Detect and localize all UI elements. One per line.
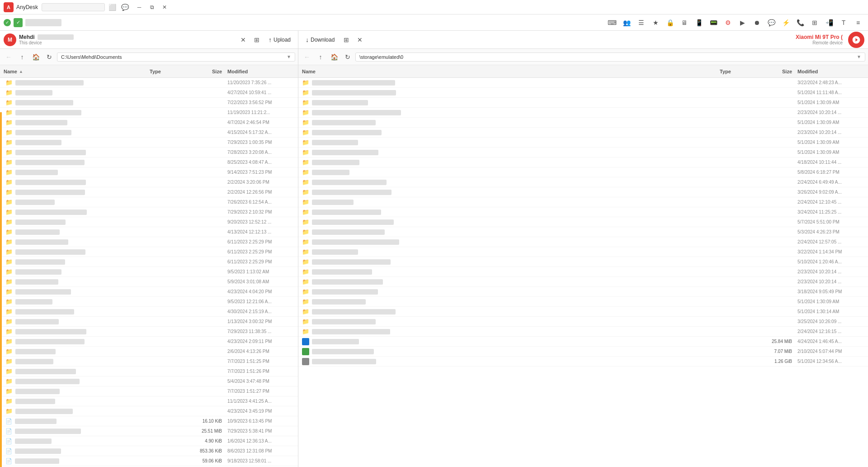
table-row[interactable]: 📁 7/26/2023 6:12:54 A... bbox=[0, 197, 298, 207]
grid-icon[interactable]: ⊞ bbox=[808, 16, 821, 29]
table-row[interactable]: 📁 4/27/2024 10:59:41 ... bbox=[0, 88, 298, 98]
table-row[interactable]: 📁 8/25/2023 4:08:47 A... bbox=[0, 157, 298, 167]
table-row[interactable]: 📁 5/3/2024 4:26:23 PM bbox=[298, 227, 868, 237]
lock-icon[interactable]: 🔒 bbox=[664, 16, 676, 29]
record-icon[interactable]: ⏺ bbox=[750, 16, 763, 29]
table-row[interactable]: 📁 5/1/2024 1:30:14 AM bbox=[298, 307, 868, 317]
download-button[interactable]: ↓ Download bbox=[302, 34, 338, 45]
table-row[interactable]: 📁 5/1/2024 1:30:09 AM bbox=[298, 148, 868, 157]
table-row[interactable]: 1.26 GiB 5/1/2024 12:34:56 A... bbox=[298, 357, 868, 367]
table-row[interactable]: 📁 4/23/2024 3:45:19 PM bbox=[0, 406, 298, 416]
table-row[interactable]: 📁 5/4/2024 3:47:48 PM bbox=[0, 376, 298, 386]
table-row[interactable]: 📁 2/24/2024 12:16:15 ... bbox=[298, 327, 868, 337]
mobile-icon[interactable]: 📲 bbox=[823, 16, 835, 29]
table-row[interactable]: 📁 5/10/2024 1:20:46 A... bbox=[298, 257, 868, 267]
table-row[interactable]: 📁 4/13/2024 12:12:13 ... bbox=[0, 227, 298, 237]
table-row[interactable]: 📁 7/28/2023 3:20:08 A... bbox=[0, 148, 298, 157]
table-row[interactable]: 📁 5/7/2024 5:51:00 PM bbox=[298, 217, 868, 227]
left-pane-close-btn[interactable]: ✕ bbox=[238, 34, 249, 45]
table-row[interactable]: 25.84 MiB 4/24/2024 1:46:45 A... bbox=[298, 337, 868, 347]
table-row[interactable]: 📁 3/18/2024 9:05:49 PM bbox=[298, 287, 868, 297]
table-row[interactable]: 📁 9/5/2023 1:13:02 AM bbox=[0, 267, 298, 277]
left-refresh-btn[interactable]: ↻ bbox=[43, 51, 55, 63]
table-row[interactable]: 📁 5/1/2024 1:30:09 AM bbox=[298, 297, 868, 307]
star-icon[interactable]: ★ bbox=[649, 16, 662, 29]
table-row[interactable]: 📁 3/22/2024 1:14:34 PM bbox=[298, 247, 868, 257]
table-row[interactable]: 📁 4/30/2024 2:15:19 A... bbox=[0, 307, 298, 317]
table-row[interactable]: 📁 7/29/2023 2:10:32 PM bbox=[0, 207, 298, 217]
left-home-btn[interactable]: 🏠 bbox=[30, 51, 42, 63]
table-row[interactable]: 📁 1/13/2024 3:00:32 PM bbox=[0, 317, 298, 327]
keyboard-icon[interactable]: ⌨ bbox=[606, 16, 618, 29]
right-pane-new-tab-btn[interactable]: ⊞ bbox=[341, 34, 352, 45]
table-row[interactable]: 📄 853.36 KiB 8/6/2023 12:31:08 PM bbox=[0, 446, 298, 456]
table-row[interactable]: 📁 5/1/2024 1:30:09 AM bbox=[298, 98, 868, 108]
right-back-btn[interactable]: ← bbox=[301, 51, 313, 63]
table-row[interactable]: 📁 6/11/2023 2:25:29 PM bbox=[0, 247, 298, 257]
left-back-btn[interactable]: ← bbox=[3, 51, 14, 63]
table-row[interactable]: 📁 3/25/2024 10:26:09 ... bbox=[298, 317, 868, 327]
people-icon[interactable]: 👥 bbox=[620, 16, 633, 29]
table-row[interactable]: 📄 4.90 KiB 1/6/2024 12:36:13 A... bbox=[0, 436, 298, 446]
table-row[interactable]: 📁 3/26/2024 9:02:09 A... bbox=[298, 187, 868, 197]
table-row[interactable]: 📁 2/2/2024 3:20:06 PM bbox=[0, 177, 298, 187]
table-row[interactable]: 📄 59.06 KiB 9/18/2023 12:58:01 ... bbox=[0, 456, 298, 466]
list-icon[interactable]: ☰ bbox=[635, 16, 647, 29]
table-row[interactable]: 📁 5/1/2024 11:11:48 A... bbox=[298, 88, 868, 98]
table-row[interactable]: 📁 4/23/2024 4:04:20 PM bbox=[0, 287, 298, 297]
table-row[interactable]: 📁 2/24/2024 6:49:49 A... bbox=[298, 177, 868, 187]
table-row[interactable]: 📁 2/24/2024 12:57:05 ... bbox=[298, 237, 868, 247]
table-row[interactable]: 📁 5/1/2024 1:30:09 AM bbox=[298, 138, 868, 148]
upload-button[interactable]: ↑ Upload bbox=[265, 34, 294, 45]
right-refresh-btn[interactable]: ↻ bbox=[342, 51, 354, 63]
table-row[interactable]: 📁 4/15/2024 5:17:32 A... bbox=[0, 128, 298, 138]
left-path-bar[interactable]: C:\Users\Mehdi\Documents ▼ bbox=[57, 52, 295, 62]
table-row[interactable]: 📁 11/19/2023 11:21:2... bbox=[0, 108, 298, 118]
table-row[interactable]: 📄 25.51 MiB 7/29/2023 5:38:41 PM bbox=[0, 426, 298, 436]
menu-icon[interactable]: ≡ bbox=[852, 16, 864, 29]
table-row[interactable]: 📁 2/6/2024 4:13:26 PM bbox=[0, 347, 298, 357]
right-home-btn[interactable]: 🏠 bbox=[328, 51, 340, 63]
settings-icon[interactable]: ⚙ bbox=[722, 16, 734, 29]
table-row[interactable]: 📁 7/29/2023 11:38:35 ... bbox=[0, 327, 298, 337]
right-path-bar[interactable]: \storage\emulated\0 ▼ bbox=[355, 52, 865, 62]
table-row[interactable]: 📁 6/11/2023 2:25:29 PM bbox=[0, 257, 298, 267]
table-row[interactable]: 📄 16.10 KiB 10/9/2023 6:13:45 PM bbox=[0, 416, 298, 426]
left-pane-new-tab-btn[interactable]: ⊞ bbox=[251, 34, 262, 45]
restore-button[interactable]: ⧉ bbox=[146, 2, 157, 13]
table-row[interactable]: 📁 7/7/2023 1:51:27 PM bbox=[0, 386, 298, 396]
table-row[interactable]: 📁 2/23/2024 10:20:14 ... bbox=[298, 128, 868, 138]
table-row[interactable]: 📁 2/24/2024 12:10:45 ... bbox=[298, 197, 868, 207]
title-bar-input[interactable] bbox=[42, 3, 105, 11]
table-row[interactable]: 📁 5/8/2024 6:18:27 PM bbox=[298, 167, 868, 177]
phone-icon[interactable]: 📱 bbox=[693, 16, 705, 29]
monitor-small-icon[interactable]: 🖥 bbox=[678, 16, 691, 29]
chat-icon[interactable]: 💬 bbox=[765, 16, 778, 29]
table-row[interactable]: 📁 2/23/2024 10:20:14 ... bbox=[298, 277, 868, 287]
table-row[interactable]: 📁 7/7/2023 1:51:25 PM bbox=[0, 357, 298, 367]
right-pane-close-btn[interactable]: ✕ bbox=[354, 34, 365, 45]
table-row[interactable]: 📁 3/24/2024 11:25:25 ... bbox=[298, 207, 868, 217]
left-table-body[interactable]: 📁 11/20/2023 7:35:26 ... 📁 4/27/2024 10:… bbox=[0, 78, 298, 467]
table-row[interactable]: 📁 9/5/2023 12:21:06 A... bbox=[0, 297, 298, 307]
table-row[interactable]: 📁 2/23/2024 10:20:14 ... bbox=[298, 108, 868, 118]
table-row[interactable]: 📁 7/22/2023 3:56:52 PM bbox=[0, 98, 298, 108]
text-icon[interactable]: T bbox=[837, 16, 850, 29]
monitor-icon[interactable]: ⬜ bbox=[107, 2, 118, 13]
table-row[interactable]: 📁 11/20/2023 7:35:26 ... bbox=[0, 78, 298, 88]
table-row[interactable]: 📁 9/20/2023 12:52:12 ... bbox=[0, 217, 298, 227]
tablet-icon[interactable]: 📟 bbox=[707, 16, 720, 29]
table-row[interactable]: 📁 9/14/2023 7:51:23 PM bbox=[0, 167, 298, 177]
toolbar2-icon[interactable]: ▶ bbox=[736, 16, 749, 29]
minimize-button[interactable]: ─ bbox=[134, 2, 145, 13]
table-row[interactable]: 📁 3/22/2024 2:48:23 A... bbox=[298, 78, 868, 88]
table-row[interactable]: 📁 2/2/2024 12:26:56 PM bbox=[0, 187, 298, 197]
table-row[interactable]: 📁 7/29/2023 1:00:35 PM bbox=[0, 138, 298, 148]
left-up-btn[interactable]: ↑ bbox=[16, 51, 28, 63]
table-row[interactable]: 📁 11/1/2023 4:41:25 A... bbox=[0, 396, 298, 406]
table-row[interactable]: 7.07 MiB 2/10/2024 5:07:44 PM bbox=[298, 347, 868, 357]
right-table-body[interactable]: 📁 3/22/2024 2:48:23 A... 📁 5/1/2024 11:1… bbox=[298, 78, 868, 467]
table-row[interactable]: 📁 4/18/2024 10:11:44 ... bbox=[298, 157, 868, 167]
message-icon[interactable]: 💬 bbox=[119, 2, 130, 13]
table-row[interactable]: 📁 4/7/2024 2:46:54 PM bbox=[0, 118, 298, 128]
